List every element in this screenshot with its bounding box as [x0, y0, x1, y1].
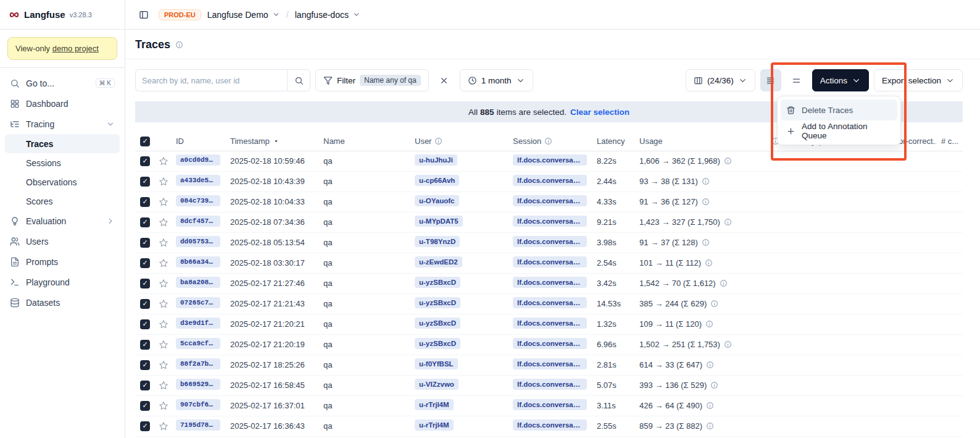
row-height-large-button[interactable]	[786, 69, 807, 91]
info-icon[interactable]	[705, 320, 713, 328]
trace-id-badge[interactable]: 8dcf4574...	[176, 216, 220, 227]
sidebar-item-datasets[interactable]: Datasets	[5, 292, 120, 313]
col-id[interactable]: ID	[171, 132, 225, 151]
sidebar-item-prompts[interactable]: Prompts	[5, 251, 120, 272]
session-badge[interactable]: lf.docs.conversation...	[513, 154, 587, 166]
trace-id-badge[interactable]: 07265c7a...	[176, 297, 220, 308]
row-checkbox[interactable]	[140, 319, 150, 329]
session-badge[interactable]: lf.docs.conversation...	[513, 175, 587, 186]
session-badge[interactable]: lf.docs.conversation...	[513, 419, 587, 431]
session-badge[interactable]: lf.docs.conversation...	[513, 379, 587, 390]
col-timestamp[interactable]: Timestamp	[225, 132, 318, 151]
trace-id-badge[interactable]: 084c739...	[176, 195, 220, 206]
info-icon[interactable]	[706, 402, 714, 410]
session-badge[interactable]: lf.docs.conversation...	[513, 195, 587, 206]
trace-id-badge[interactable]: a433de51...	[176, 175, 220, 186]
sidebar-item-traces[interactable]: Traces	[5, 134, 120, 153]
table-row[interactable]: ba8a208f... 2025-02-17 21:27:46 qa u-yzS…	[135, 273, 963, 293]
sidebar-item-observations[interactable]: Observations	[5, 172, 120, 192]
info-icon[interactable]	[710, 381, 718, 389]
clear-selection-link[interactable]: Clear selection	[570, 107, 629, 117]
user-badge[interactable]: u-yzSBxcD	[415, 338, 460, 349]
star-icon[interactable]	[159, 156, 168, 166]
session-badge[interactable]: lf.docs.conversation...	[513, 297, 587, 308]
table-row[interactable]: a433de51... 2025-02-18 10:43:39 qa u-cp6…	[135, 171, 963, 192]
trace-id-badge[interactable]: 907cbf6e...	[176, 399, 220, 410]
row-checkbox[interactable]	[140, 340, 150, 350]
user-badge[interactable]: u-rTrjl4M	[415, 419, 454, 431]
user-badge[interactable]: u-cp66Avh	[415, 175, 459, 186]
star-icon[interactable]	[159, 340, 168, 350]
star-icon[interactable]	[159, 360, 168, 370]
menu-item-add-to-annotation-queue[interactable]: Add to Annotation Queue	[781, 120, 897, 141]
table-row[interactable]: b669529... 2025-02-17 16:58:45 qa u-VIZz…	[135, 375, 963, 395]
col-latency[interactable]: Latency	[592, 132, 634, 151]
info-icon[interactable]	[702, 177, 710, 185]
select-all-checkbox[interactable]	[140, 137, 150, 146]
star-icon[interactable]	[159, 238, 168, 248]
trace-id-badge[interactable]: 8b66a34...	[176, 256, 220, 267]
row-checkbox[interactable]	[140, 279, 150, 288]
info-icon[interactable]	[702, 198, 710, 206]
search-input[interactable]	[135, 69, 287, 91]
session-badge[interactable]: lf.docs.conversation...	[513, 236, 587, 247]
project-switcher[interactable]: langfuse-docs	[295, 10, 360, 20]
table-row[interactable]: 8b66a34... 2025-02-18 03:30:17 qa u-zEwd…	[135, 253, 963, 273]
info-icon[interactable]	[720, 279, 728, 287]
row-checkbox[interactable]	[140, 238, 150, 248]
info-icon[interactable]	[724, 157, 732, 165]
user-badge[interactable]: u-rTrjl4M	[415, 399, 454, 410]
session-badge[interactable]: lf.docs.conversation...	[513, 358, 587, 369]
sidebar-item-playground[interactable]: Playground	[5, 272, 120, 292]
clear-filter-button[interactable]	[434, 69, 455, 91]
row-checkbox[interactable]	[140, 197, 150, 207]
star-icon[interactable]	[159, 279, 168, 288]
user-badge[interactable]: u-VIZzvwo	[415, 379, 459, 390]
col-session[interactable]: Session	[508, 132, 592, 151]
user-badge[interactable]: u-yzSBxcD	[415, 277, 460, 288]
sidebar-item-sessions[interactable]: Sessions	[5, 153, 120, 172]
user-badge[interactable]: u-f0YfBSL	[415, 358, 458, 369]
session-badge[interactable]: lf.docs.conversation...	[513, 399, 587, 410]
star-icon[interactable]	[159, 177, 168, 187]
trace-id-badge[interactable]: 7195d78e...	[176, 419, 220, 431]
demo-project-link[interactable]: demo project	[52, 44, 99, 53]
row-checkbox[interactable]	[140, 421, 150, 431]
table-row[interactable]: 084c739... 2025-02-18 10:04:33 qa u-OYau…	[135, 192, 963, 212]
columns-button[interactable]: (24/36)	[686, 69, 755, 91]
sidebar-item-tracing[interactable]: Tracing	[5, 114, 120, 134]
time-range-button[interactable]: 1 month	[460, 69, 533, 91]
search-button[interactable]	[287, 69, 310, 91]
table-row[interactable]: 5cca9cf2... 2025-02-17 21:20:19 qa u-yzS…	[135, 334, 963, 355]
goto-button[interactable]: Go to... ⌘ K	[5, 73, 120, 93]
user-badge[interactable]: u-T98YnzD	[415, 236, 460, 247]
star-icon[interactable]	[159, 258, 168, 268]
table-row[interactable]: 07265c7a... 2025-02-17 21:21:43 qa u-yzS…	[135, 293, 963, 314]
trace-id-badge[interactable]: ba8a208f...	[176, 277, 220, 288]
row-checkbox[interactable]	[140, 381, 150, 390]
table-row[interactable]: 907cbf6e... 2025-02-17 16:37:01 qa u-rTr…	[135, 395, 963, 416]
session-badge[interactable]: lf.docs.conversation...	[513, 216, 587, 227]
session-badge[interactable]: lf.docs.conversation...	[513, 277, 587, 288]
table-row[interactable]: 7195d78e... 2025-02-17 16:36:43 qa u-rTr…	[135, 416, 963, 436]
sidebar-item-scores[interactable]: Scores	[5, 192, 120, 211]
session-badge[interactable]: lf.docs.conversation...	[513, 338, 587, 349]
row-checkbox[interactable]	[140, 401, 150, 411]
info-icon[interactable]	[702, 238, 710, 246]
row-checkbox[interactable]	[140, 217, 150, 227]
session-badge[interactable]: lf.docs.conversation...	[513, 256, 587, 267]
trace-id-badge[interactable]: a0cd0d9...	[176, 154, 220, 166]
trace-id-badge[interactable]: 88f2a7b0...	[176, 358, 220, 369]
trace-id-badge[interactable]: b669529...	[176, 379, 220, 390]
sidebar-item-dashboard[interactable]: Dashboard	[5, 93, 120, 114]
sidebar-item-users[interactable]: Users	[5, 231, 120, 251]
info-icon[interactable]	[710, 300, 718, 308]
table-row[interactable]: a0cd0d9... 2025-02-18 10:59:46 qa u-huJh…	[135, 151, 963, 171]
row-checkbox[interactable]	[140, 258, 150, 268]
user-badge[interactable]: u-MYpDAT5	[415, 216, 463, 227]
row-checkbox[interactable]	[140, 177, 150, 187]
table-row[interactable]: 88f2a7b0... 2025-02-17 18:25:26 qa u-f0Y…	[135, 355, 963, 375]
table-row[interactable]: 8dcf4574... 2025-02-18 07:34:36 qa u-MYp…	[135, 212, 963, 232]
table-row[interactable]: dd05753... 2025-02-18 05:13:54 qa u-T98Y…	[135, 232, 963, 253]
user-badge[interactable]: u-yzSBxcD	[415, 318, 460, 329]
